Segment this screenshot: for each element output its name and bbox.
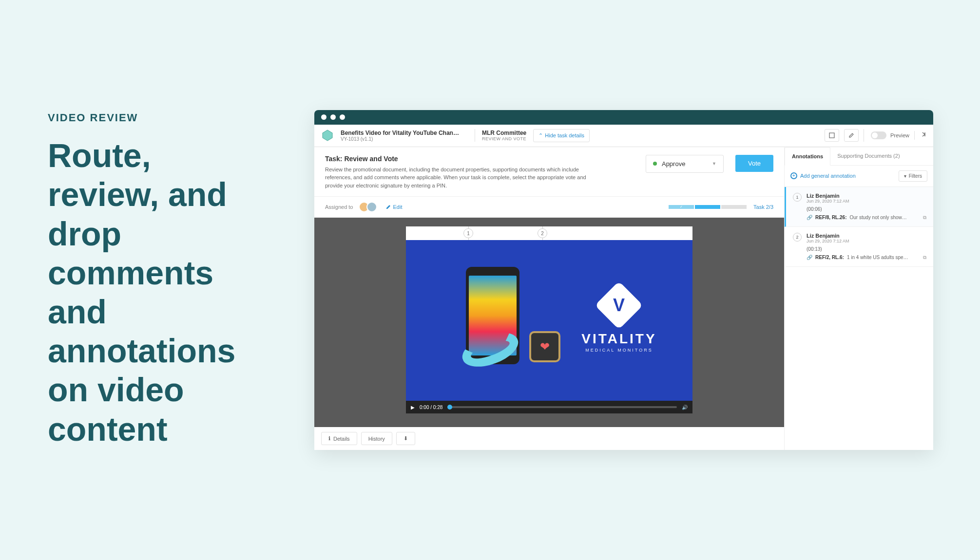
app-logo-icon <box>320 128 335 143</box>
external-link-icon[interactable]: ⧉ <box>923 215 926 221</box>
device-illustration <box>442 262 539 379</box>
tab-annotations[interactable]: Annotations <box>785 147 830 166</box>
annotation-item[interactable]: 2 Liz Benjamin Jun 29, 2020 7:12 AM (00:… <box>785 227 933 267</box>
annotation-marker[interactable]: 2 <box>538 228 547 238</box>
annotation-toolbar: + Add general annotation ▾ Filters <box>785 166 933 187</box>
document-id: VY-1013 (v1.1) <box>341 136 459 142</box>
tab-supporting-documents[interactable]: Supporting Documents (2) <box>830 147 906 165</box>
annotation-meta: Liz Benjamin Jun 29, 2020 7:12 AM <box>807 233 849 243</box>
annotation-reference: 🔗 REF/2, RL.6: 1 in 4 white US adults sp… <box>807 255 926 261</box>
assigned-label: Assigned to <box>325 204 353 210</box>
toggle-switch-icon <box>871 131 886 139</box>
logo-diamond-icon <box>595 281 643 330</box>
window-titlebar <box>314 110 933 125</box>
task-title: Task: Review and Vote <box>325 155 634 163</box>
details-label: Details <box>333 436 350 442</box>
window-close-icon[interactable] <box>321 114 327 120</box>
scrubber-thumb <box>447 405 452 410</box>
preview-toggle[interactable]: Preview <box>864 129 909 142</box>
vote-button[interactable]: Vote <box>735 155 773 172</box>
logo-subtext: MEDICAL MONITORS <box>581 348 656 353</box>
avatar-group <box>359 202 377 212</box>
add-annotation-label: Add general annotation <box>800 173 856 179</box>
committee-stage: REVIEW AND VOTE <box>482 136 526 141</box>
filters-label: Filters <box>909 173 922 179</box>
play-button[interactable]: ▶ <box>411 405 415 410</box>
external-link-icon[interactable]: ⧉ <box>923 255 926 261</box>
headline: Route, review, and drop comments and ann… <box>48 136 263 448</box>
annotation-date: Jun 29, 2020 7:12 AM <box>807 239 849 243</box>
panel-tabs: Annotations Supporting Documents (2) <box>785 147 933 166</box>
vote-label: Vote <box>748 160 761 167</box>
smartwatch-icon <box>529 331 560 362</box>
download-icon: ⬇ <box>404 435 408 442</box>
status-dot-icon <box>653 162 657 166</box>
pencil-icon <box>386 205 391 209</box>
progress-bar: ✓ <box>669 205 747 209</box>
volume-button[interactable]: 🔊 <box>682 405 688 410</box>
history-label: History <box>368 436 385 442</box>
annotation-marker[interactable]: 1 <box>463 228 473 238</box>
annotation-marker-row: 1 2 <box>406 226 692 240</box>
committee-block: MLR Committee REVIEW AND VOTE <box>482 130 526 141</box>
annotation-list: 1 Liz Benjamin Jun 29, 2020 7:12 AM (00:… <box>785 187 933 267</box>
main-column: Task: Review and Vote Review the promoti… <box>314 147 784 450</box>
window-minimize-icon[interactable] <box>330 114 336 120</box>
plus-circle-icon: + <box>790 172 797 179</box>
eyebrow: VIDEO REVIEW <box>48 112 263 124</box>
progress-segment: ✓ <box>669 205 694 209</box>
add-annotation-button[interactable]: + Add general annotation <box>790 172 856 179</box>
progress-segment <box>695 205 720 209</box>
annotation-timestamp: (00:06) <box>807 206 926 212</box>
preview-label: Preview <box>890 132 909 138</box>
hide-details-label: Hide task details <box>545 132 584 138</box>
annotation-item[interactable]: 1 Liz Benjamin Jun 29, 2020 7:12 AM (00:… <box>785 187 933 227</box>
edit-assignees-button[interactable]: Edit <box>386 204 402 210</box>
expand-view-button[interactable] <box>825 129 839 142</box>
annotations-panel: Annotations Supporting Documents (2) + A… <box>784 147 933 450</box>
approve-dropdown[interactable]: Approve ▼ <box>646 155 724 173</box>
link-icon: 🔗 <box>807 255 812 260</box>
document-title: Benefits Video for Vitality YouTube Chan… <box>341 130 459 136</box>
progress-wrap: ✓ Task 2/3 <box>669 204 773 210</box>
video-area: 1 2 VITALITY MEDICAL MONIT <box>314 218 784 427</box>
history-button[interactable]: History <box>361 432 392 445</box>
annotation-text: Our study not only show… <box>849 215 906 220</box>
annotation-text: 1 in 4 white US adults spe… <box>847 255 908 260</box>
details-button[interactable]: ℹ Details <box>321 432 357 445</box>
annotation-timestamp: (00:13) <box>807 246 926 252</box>
caret-down-icon: ▼ <box>712 161 716 166</box>
expand-panel-button[interactable] <box>914 131 927 140</box>
vitality-logo: VITALITY MEDICAL MONITORS <box>581 288 656 353</box>
avatar[interactable] <box>366 202 377 212</box>
annotation-number: 1 <box>793 193 802 202</box>
annotation-date: Jun 29, 2020 7:12 AM <box>807 199 849 204</box>
progress-segment <box>721 205 747 209</box>
annotation-author: Liz Benjamin <box>807 233 849 239</box>
document-title-block: Benefits Video for Vitality YouTube Chan… <box>341 130 459 142</box>
hero-text: VIDEO REVIEW Route, review, and drop com… <box>0 112 263 448</box>
body-row: Task: Review and Vote Review the promoti… <box>314 147 933 450</box>
edit-icon-button[interactable] <box>844 129 859 142</box>
svg-marker-0 <box>323 130 332 141</box>
video-frame[interactable]: VITALITY MEDICAL MONITORS <box>406 240 692 401</box>
filters-button[interactable]: ▾ Filters <box>899 170 927 182</box>
hide-task-details-button[interactable]: ⌃ Hide task details <box>533 129 590 142</box>
download-button[interactable]: ⬇ <box>396 432 415 445</box>
video-scrubber[interactable] <box>447 406 677 408</box>
video-time: 0:00 / 0:28 <box>420 405 442 410</box>
task-header: Task: Review and Vote Review the promoti… <box>314 147 784 197</box>
approve-label: Approve <box>662 160 685 168</box>
toolbar-right: Preview <box>825 129 927 142</box>
reference-code: REF/2, RL.6: <box>815 255 844 260</box>
annotation-meta: Liz Benjamin Jun 29, 2020 7:12 AM <box>807 193 849 204</box>
task-description: Review the promotional document, includi… <box>325 166 588 190</box>
divider <box>475 129 475 142</box>
chevron-up-icon: ⌃ <box>538 132 543 139</box>
window-maximize-icon[interactable] <box>340 114 345 120</box>
reference-code: REF/8, RL.26: <box>815 215 846 220</box>
video-wrapper: 1 2 VITALITY MEDICAL MONIT <box>406 226 692 413</box>
assigned-row: Assigned to Edit ✓ Task 2/3 <box>314 197 784 218</box>
annotation-author: Liz Benjamin <box>807 193 849 199</box>
task-text: Task: Review and Vote Review the promoti… <box>325 155 634 190</box>
